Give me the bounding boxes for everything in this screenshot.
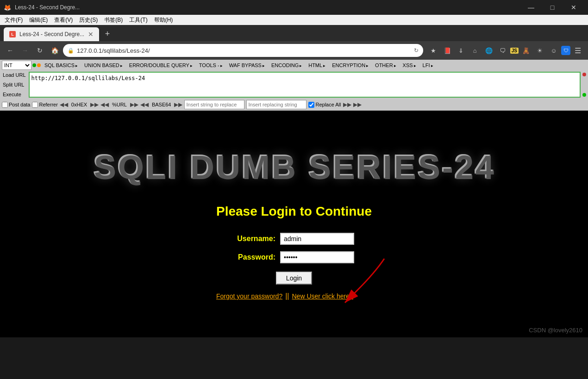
url-input[interactable] xyxy=(31,75,578,94)
replace-all-label[interactable]: Replace All xyxy=(308,102,341,108)
page-title-section: SQLI DUMB SERIES-24 xyxy=(93,148,495,186)
referrer-label[interactable]: Referrer xyxy=(32,102,57,108)
right-arrow-b64: ▶▶ xyxy=(174,101,182,108)
replace-all-text: Replace All xyxy=(315,102,341,107)
encryption-menu[interactable]: ENCRYPTION xyxy=(329,62,371,69)
load-url-button[interactable]: Load URL xyxy=(2,72,27,78)
account-button[interactable]: ☺ xyxy=(547,44,560,57)
post-data-checkbox[interactable] xyxy=(2,102,8,108)
referrer-checkbox[interactable] xyxy=(32,102,38,108)
replacing-string-input[interactable] xyxy=(246,100,307,109)
post-data-label[interactable]: Post data xyxy=(2,102,30,108)
shield-icon: 🛡 xyxy=(561,46,570,55)
forward-button[interactable]: → xyxy=(19,44,31,57)
globe-button[interactable]: 🌐 xyxy=(482,44,495,57)
html-menu[interactable]: HTML xyxy=(306,62,328,69)
referrer-text: Referrer xyxy=(39,102,57,107)
js-badge: JS xyxy=(510,48,519,54)
left-arrow-b64: ◀◀ xyxy=(140,101,149,108)
login-btn-row: Login xyxy=(276,270,312,285)
menu-file[interactable]: 文件(F) xyxy=(2,15,25,25)
password-label: Password: xyxy=(234,253,275,261)
split-url-button[interactable]: Split URL xyxy=(2,81,27,88)
menu-bookmarks[interactable]: 书签(B) xyxy=(101,15,125,25)
tools-menu[interactable]: TOOLS - xyxy=(196,62,225,69)
tab-bar: L Less-24 - Second Degre... ✕ + xyxy=(0,25,588,41)
password-row: Password: xyxy=(234,251,354,263)
menu-help[interactable]: 帮助(H) xyxy=(151,15,176,25)
forgot-password-link[interactable]: Forgot your password? xyxy=(216,292,282,300)
reload-button[interactable]: ↻ xyxy=(33,44,46,57)
encoding-menu[interactable]: ENCODING xyxy=(269,62,305,69)
minimize-button[interactable]: — xyxy=(520,0,542,15)
back-button[interactable]: ← xyxy=(4,44,17,57)
new-tab-button[interactable]: + xyxy=(101,27,114,40)
login-section: Please Login to Continue Username: Passw… xyxy=(216,204,372,300)
union-based-menu[interactable]: UNION BASED xyxy=(81,62,125,69)
password-input[interactable] xyxy=(280,251,354,263)
orange-dot xyxy=(37,63,41,67)
home-nav-button[interactable]: ⌂ xyxy=(469,44,482,57)
left-arrow-url: ◀◀ xyxy=(100,101,109,108)
menu-tools[interactable]: 工具(T) xyxy=(126,15,150,25)
replace-all-checkbox[interactable] xyxy=(308,102,314,108)
download-button[interactable]: ⇓ xyxy=(455,44,468,57)
execute-button[interactable]: Execute xyxy=(2,91,27,98)
url-encode-label: %URL xyxy=(111,101,128,108)
right-arrow-hex: ▶▶ xyxy=(90,101,99,108)
url-display[interactable]: 127.0.0.1/sqllilabs/Less-24/ xyxy=(77,47,411,54)
username-input[interactable] xyxy=(280,233,354,245)
green-indicator xyxy=(582,93,586,97)
title-bar-left: 🦊 Less-24 - Second Degre... xyxy=(4,4,80,11)
reload-small-icon[interactable]: ↻ xyxy=(414,47,419,54)
red-indicator xyxy=(582,73,586,76)
new-user-link[interactable]: New User click here? xyxy=(292,292,353,300)
injection-type-select[interactable]: INT STRING xyxy=(2,61,31,70)
reader-mode-button[interactable]: 📕 xyxy=(441,44,454,57)
sync-button[interactable]: ☀ xyxy=(533,44,546,57)
error-double-query-menu[interactable]: ERROR/DOUBLE QUERY xyxy=(126,62,195,69)
left-arrow-hex: ◀◀ xyxy=(60,101,68,108)
base64-label: BASE64 xyxy=(150,101,173,108)
sql-basics-menu[interactable]: SQL BASICS xyxy=(42,62,81,69)
app-favicon: 🦊 xyxy=(4,4,11,11)
hex-label: 0xHEX xyxy=(70,101,88,108)
active-tab[interactable]: L Less-24 - Second Degre... ✕ xyxy=(4,27,99,41)
home-button[interactable]: 🏠 xyxy=(48,44,61,57)
browser-chrome: L Less-24 - Second Degre... ✕ + ← → ↻ 🏠 … xyxy=(0,25,588,60)
waf-bypass-menu[interactable]: WAF BYPASS xyxy=(226,62,268,69)
post-data-text: Post data xyxy=(9,102,30,107)
tab-label: Less-24 - Second Degre... xyxy=(19,31,84,37)
other-menu[interactable]: OTHER xyxy=(372,62,399,69)
login-form: Username: Password: Login xyxy=(216,233,372,285)
menu-button[interactable]: ☰ xyxy=(571,44,584,57)
menu-view[interactable]: 查看(V) xyxy=(51,15,75,25)
tools-area: Post data Referrer ◀◀ 0xHEX ▶▶ ◀◀ %URL ▶… xyxy=(0,99,588,111)
bookmark-star-button[interactable]: ★ xyxy=(427,44,440,57)
lfi-menu[interactable]: LFI xyxy=(420,62,436,69)
main-content: SQLI DUMB SERIES-24 Please Login to Cont… xyxy=(0,111,588,337)
link-separator: || xyxy=(285,292,289,300)
username-label: Username: xyxy=(234,235,275,243)
replace-arrow-1: ▶▶ xyxy=(343,101,351,108)
xss-menu[interactable]: XSS xyxy=(400,62,419,69)
green-dot xyxy=(32,63,36,67)
title-bar-controls: — □ ✕ xyxy=(520,0,584,15)
translate-button[interactable]: 🗨 xyxy=(496,44,509,57)
maximize-button[interactable]: □ xyxy=(542,0,563,15)
url-right-dots xyxy=(582,72,586,98)
close-button[interactable]: ✕ xyxy=(563,0,584,15)
login-button[interactable]: Login xyxy=(276,272,312,285)
extensions-button[interactable]: 🧸 xyxy=(519,44,532,57)
url-area: Load URL Split URL Execute xyxy=(0,71,588,99)
url-textbox-wrap xyxy=(29,72,581,98)
tab-close-icon[interactable]: ✕ xyxy=(88,31,94,38)
address-input-wrap: 🔒 127.0.0.1/sqllilabs/Less-24/ ↻ xyxy=(63,44,423,57)
menu-history[interactable]: 历史(S) xyxy=(76,15,100,25)
url-side-buttons: Load URL Split URL Execute xyxy=(2,72,27,98)
menu-edit[interactable]: 编辑(E) xyxy=(26,15,50,25)
csdn-watermark: CSDN @lovely2610 xyxy=(529,327,582,334)
ext-toolbar: INT STRING SQL BASICS UNION BASED ERROR/… xyxy=(0,60,588,71)
forgot-links: Forgot your password? || New User click … xyxy=(216,292,372,300)
string-to-replace-input[interactable] xyxy=(184,100,244,109)
